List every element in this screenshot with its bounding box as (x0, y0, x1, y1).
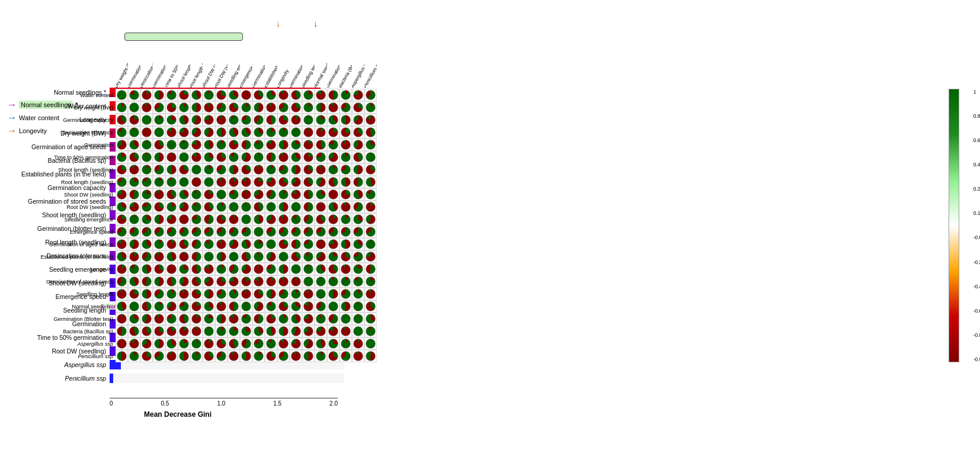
grid-cell-1-17 (327, 101, 340, 114)
grid-row-13 (116, 250, 377, 263)
pie-21-12 (266, 351, 276, 361)
grid-cell-12-19 (352, 238, 364, 250)
grid-cell-16-6 (190, 288, 203, 300)
pie-8-14 (291, 189, 301, 200)
col-label-text-4: Time to 50% germination (165, 41, 178, 89)
pie-7-4 (166, 177, 177, 187)
pie-4-18 (341, 140, 351, 150)
grid-cell-19-19 (352, 325, 364, 337)
grid-cell-5-14 (290, 151, 302, 163)
pie-9-8 (216, 202, 226, 212)
pie-1-20 (366, 102, 376, 112)
grid-cell-17-12 (265, 300, 277, 313)
grid-cell-3-4 (165, 126, 178, 139)
pie-0-3 (154, 90, 164, 100)
grid-cell-10-15 (302, 213, 315, 226)
grid-cell-11-17 (327, 226, 340, 238)
pie-16-11 (254, 289, 264, 299)
grid-cell-17-13 (277, 300, 290, 313)
grid-cell-14-15 (302, 263, 315, 275)
scale-tick-0: 1 (973, 89, 980, 95)
grid-cell-17-16 (315, 300, 327, 313)
grid-cell-15-9 (228, 275, 240, 288)
grid-cell-4-20 (364, 139, 377, 151)
pie-17-14 (291, 301, 301, 311)
grid-cell-6-14 (290, 163, 302, 176)
pie-10-20 (366, 214, 376, 224)
grid-cell-13-3 (153, 250, 165, 263)
col-labels: Dry weight (DW)Germination capacityDesic… (116, 18, 377, 89)
grid-row-2 (116, 114, 377, 126)
grid-cell-15-11 (252, 275, 265, 288)
grid-cell-10-19 (352, 213, 364, 226)
row-label-1: Dry weight (DW) (12, 101, 116, 114)
grid-cell-21-1 (128, 350, 140, 362)
pie-19-20 (366, 326, 376, 336)
grid-row-19 (116, 325, 377, 337)
pie-2-19 (353, 115, 363, 125)
grid-cell-5-6 (190, 151, 203, 163)
color-scale-bar (949, 89, 959, 362)
pie-16-14 (291, 289, 301, 299)
grid-cell-2-20 (364, 114, 377, 126)
pie-20-18 (341, 339, 351, 349)
grid-cell-5-7 (203, 151, 215, 163)
pie-12-7 (204, 239, 214, 249)
x-tick: 2.0 (329, 400, 338, 407)
col-label-text-19: Aspergillus ssp (352, 59, 364, 89)
grid-cell-3-0 (116, 126, 128, 139)
grid-cell-20-0 (116, 337, 128, 350)
pie-18-18 (341, 314, 351, 324)
pie-0-9 (229, 90, 239, 100)
pie-9-14 (291, 202, 301, 212)
grid-cell-13-14 (290, 250, 302, 263)
pie-13-2 (142, 252, 152, 262)
grid-cell-9-1 (128, 201, 140, 213)
col-label-wrap-2: Desiccation tolerance (140, 18, 153, 89)
pie-19-13 (278, 326, 289, 336)
pie-12-17 (328, 239, 338, 249)
grid-cell-18-10 (240, 313, 252, 325)
pie-12-5 (179, 239, 189, 249)
row-label-21: Penicillium ssp (12, 350, 116, 362)
pie-17-8 (216, 301, 226, 311)
pie-1-0 (117, 102, 127, 112)
pie-13-4 (166, 252, 177, 262)
pie-12-18 (341, 239, 351, 249)
grid-cell-1-14 (290, 101, 302, 114)
pie-19-4 (166, 326, 177, 336)
grid-cell-4-1 (128, 139, 140, 151)
pie-20-12 (266, 339, 276, 349)
grid-cell-9-9 (228, 201, 240, 213)
grid-cell-4-17 (327, 139, 340, 151)
grid-cell-20-12 (265, 337, 277, 350)
grid-cell-8-18 (340, 188, 352, 201)
grid-cell-10-7 (203, 213, 215, 226)
pie-6-19 (353, 165, 363, 175)
pie-17-19 (353, 301, 363, 311)
grid-cell-6-15 (302, 163, 315, 176)
scale-tick-1: 0.82 (973, 113, 980, 119)
grid-cell-12-0 (116, 238, 128, 250)
pie-16-7 (204, 289, 214, 299)
pie-0-13 (278, 90, 289, 100)
grid-cell-11-18 (340, 226, 352, 238)
grid-cell-15-6 (190, 275, 203, 288)
grid-cell-7-13 (277, 176, 290, 188)
grid-cell-11-8 (215, 226, 228, 238)
row-label-12: Germination of aged seeds (12, 238, 116, 250)
pie-15-19 (353, 276, 363, 287)
grid-cell-12-20 (364, 238, 377, 250)
grid-cell-8-8 (215, 188, 228, 201)
pie-16-8 (216, 289, 226, 299)
pie-16-15 (303, 289, 313, 299)
pie-14-7 (204, 264, 214, 274)
grid-cell-14-5 (178, 263, 190, 275)
pie-3-5 (179, 127, 189, 137)
grid-cell-21-11 (252, 350, 265, 362)
grid-cell-15-4 (165, 275, 178, 288)
grid-cell-3-3 (153, 126, 165, 139)
scale-tick-8: -0.44 (973, 284, 980, 289)
grid-cell-1-13 (277, 101, 290, 114)
grid-cell-12-7 (203, 238, 215, 250)
